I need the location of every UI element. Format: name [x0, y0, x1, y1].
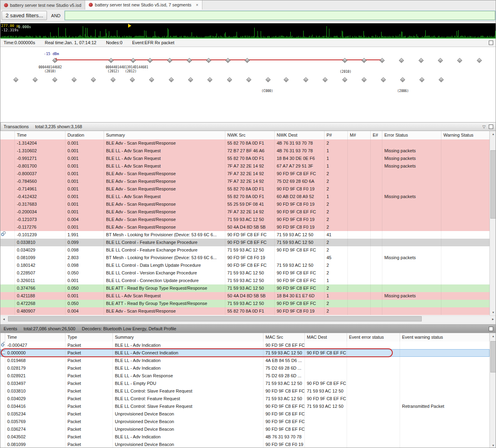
transaction-row[interactable]: 0.1801420.098BLE LL Control - Data Lengt… — [0, 262, 490, 269]
event-row[interactable]: -0.000427PacketBLE LL - Adv Indication90… — [0, 342, 490, 349]
column-header-summary[interactable]: Summary — [104, 131, 225, 139]
column-header-mac-dest[interactable]: MAC Dest — [305, 333, 347, 342]
node-icon[interactable] — [246, 77, 251, 82]
maximize-icon[interactable] — [489, 41, 493, 45]
node-icon[interactable] — [149, 77, 154, 82]
event-row[interactable]: 0.033810PacketBLE LL Control: Slave Feat… — [0, 387, 490, 395]
node-icon[interactable] — [399, 58, 404, 63]
transaction-row[interactable]: 0.2285070.050BLE LL Control - Version Ex… — [0, 269, 490, 277]
node-icon[interactable] — [187, 58, 192, 63]
event-row[interactable]: 0.081099PacketUnprovisioned Device Beaco… — [0, 441, 490, 448]
scroll-down-icon[interactable]: ▾ — [490, 309, 496, 315]
close-icon[interactable]: × — [196, 3, 198, 7]
transaction-row[interactable]: -0.8017000.001BLE LL - Adv Scan Request7… — [0, 162, 490, 170]
transaction-row[interactable]: -0.8000370.001BLE Adv - Scan Request/Res… — [0, 170, 490, 178]
scroll-thumb[interactable] — [490, 150, 496, 219]
node-icon[interactable] — [225, 58, 231, 63]
scroll-right-icon[interactable]: ▸ — [490, 317, 496, 321]
transaction-row[interactable]: 0.4722680.050BLE ATT - Read By Group Typ… — [0, 300, 490, 307]
node-icon[interactable] — [108, 58, 114, 63]
transaction-row[interactable]: 0.4211880.001BLE LL - Adv Scan Request50… — [0, 292, 490, 300]
column-header-duration[interactable]: Duration — [65, 131, 104, 139]
column-header-summary[interactable]: Summary — [113, 333, 263, 342]
timeline-playhead-marker[interactable] — [128, 24, 131, 28]
node-icon[interactable] — [110, 77, 116, 82]
saved-filters-button[interactable]: 2 saved filters... — [2, 11, 47, 20]
node-icon[interactable] — [71, 77, 77, 82]
event-row[interactable]: 0.035769PacketUnprovisioned Device Beaco… — [0, 418, 490, 425]
column-header-type[interactable]: Type — [65, 333, 113, 342]
node-icon[interactable] — [361, 77, 367, 82]
node-icon[interactable] — [167, 58, 172, 63]
column-header-nwk-dest[interactable]: NWK Dest — [275, 131, 325, 139]
node-icon[interactable] — [381, 77, 386, 82]
node-icon[interactable] — [303, 77, 308, 82]
column-header-event-warning-status[interactable]: Event warning status — [400, 333, 490, 342]
node-icon[interactable] — [438, 58, 443, 63]
node-icon[interactable] — [227, 77, 232, 82]
node-icon[interactable] — [284, 77, 289, 82]
node-icon[interactable] — [477, 58, 482, 63]
node-icon[interactable] — [400, 77, 405, 82]
column-header-time[interactable]: Time — [15, 131, 65, 139]
node-icon[interactable] — [13, 77, 18, 82]
node-icon[interactable] — [323, 77, 328, 82]
node-map[interactable]: -15 dBm 000440144682 (2010)0004401440139… — [0, 47, 496, 122]
column-header-m-[interactable]: M# — [348, 131, 371, 139]
maximize-icon[interactable] — [489, 125, 493, 129]
event-row[interactable]: 0.033497PacketBLE LL - Empty PDU71 59 93… — [0, 380, 490, 387]
scroll-up-icon[interactable]: ▴ — [490, 333, 496, 339]
node-icon[interactable] — [342, 77, 347, 82]
transaction-row[interactable]: -1.3106020.001BLE LL - Adv Scan Request7… — [0, 147, 490, 155]
event-row[interactable]: 0.036274PacketUnprovisioned Device Beaco… — [0, 425, 490, 433]
node-icon[interactable] — [206, 58, 211, 63]
event-row[interactable]: 0.043502PacketBLE LL - Adv Indication4B … — [0, 433, 490, 441]
transaction-row[interactable]: -0.4124320.001BLE LL - Adv Scan Request5… — [0, 193, 490, 200]
transaction-row[interactable]: -0.1172760.001BLE Adv - Scan Request/Res… — [0, 223, 490, 231]
column-header-mac-src[interactable]: MAC Src — [263, 333, 305, 342]
column-header-e-[interactable]: E# — [371, 131, 382, 139]
filter-expression-input[interactable] — [65, 11, 495, 20]
event-row[interactable]: 0.034029PacketBLE LL Control: Feature Re… — [0, 395, 490, 403]
transaction-row[interactable]: -0.1012391.991BT Mesh - Looking for Prov… — [0, 231, 490, 239]
transactions-vertical-scrollbar[interactable]: ▴ ▾ — [490, 131, 496, 315]
node-icon[interactable] — [380, 58, 385, 63]
node-icon[interactable] — [439, 77, 444, 82]
transaction-row[interactable]: -0.2000340.001BLE Adv - Scan Request/Res… — [0, 208, 490, 216]
transaction-row[interactable]: -0.9912710.001BLE LL - Adv Scan Request5… — [0, 155, 490, 162]
node-icon[interactable] — [52, 77, 57, 82]
column-header-p-[interactable]: P# — [325, 131, 348, 139]
transaction-row[interactable]: -0.1210730.004BLE Adv - Scan Request/Res… — [0, 216, 490, 223]
scroll-down-icon[interactable]: ▾ — [490, 442, 496, 448]
node-icon[interactable] — [207, 77, 212, 82]
event-row[interactable]: 0.035234PacketUnprovisioned Device Beaco… — [0, 410, 490, 418]
node-icon[interactable] — [169, 77, 174, 82]
transaction-row[interactable]: 0.3747660.050BLE ATT - Read By Group Typ… — [0, 284, 490, 292]
node-icon[interactable] — [147, 58, 153, 63]
transaction-row[interactable]: 0.4809070.004BLE Adv - Scan Request/Resp… — [0, 307, 490, 315]
tab-capture-file-segments[interactable]: battery server test new Studio v5.isd, 7… — [85, 0, 202, 10]
event-row[interactable]: 0.019468PacketBLE LL - Adv Indication4A … — [0, 357, 490, 364]
node-icon[interactable] — [418, 58, 424, 63]
tab-capture-file[interactable]: battery server test new Studio v5.isd — [0, 0, 85, 10]
transaction-row[interactable]: 0.0810992.803BT Mesh - Looking for Provi… — [0, 254, 490, 262]
scroll-left-icon[interactable]: ◂ — [0, 317, 7, 321]
transactions-horizontal-scrollbar[interactable]: ◂ ▸ — [0, 315, 496, 322]
filter-dropdown-icon[interactable]: ▽ — [482, 125, 486, 129]
maximize-icon[interactable] — [489, 327, 493, 331]
node-icon[interactable] — [419, 77, 425, 82]
transaction-row[interactable]: 0.3260110.001BLE LL Control - Connection… — [0, 277, 490, 284]
column-header-warning-status[interactable]: Warning Status — [441, 131, 490, 139]
event-row[interactable]: 0.028179PacketBLE LL - Adv Indication75 … — [0, 364, 490, 372]
node-icon[interactable] — [342, 58, 347, 63]
node-icon[interactable] — [265, 77, 271, 82]
transaction-row[interactable]: 0.0338100.099BLE LL Control - Feature Ex… — [0, 239, 490, 246]
column-header-time[interactable]: Time — [5, 333, 65, 342]
event-row[interactable]: 0.028921PacketBLE LL - Adv Scan Response… — [0, 372, 490, 380]
transaction-row[interactable]: -1.3142040.001BLE Adv - Scan Request/Res… — [0, 139, 490, 147]
events-vertical-scrollbar[interactable]: ▴ ▾ — [490, 333, 496, 448]
scroll-up-icon[interactable]: ▴ — [490, 131, 496, 137]
scroll-track[interactable] — [7, 316, 490, 322]
node-icon[interactable] — [130, 77, 135, 82]
node-icon[interactable] — [457, 58, 462, 63]
